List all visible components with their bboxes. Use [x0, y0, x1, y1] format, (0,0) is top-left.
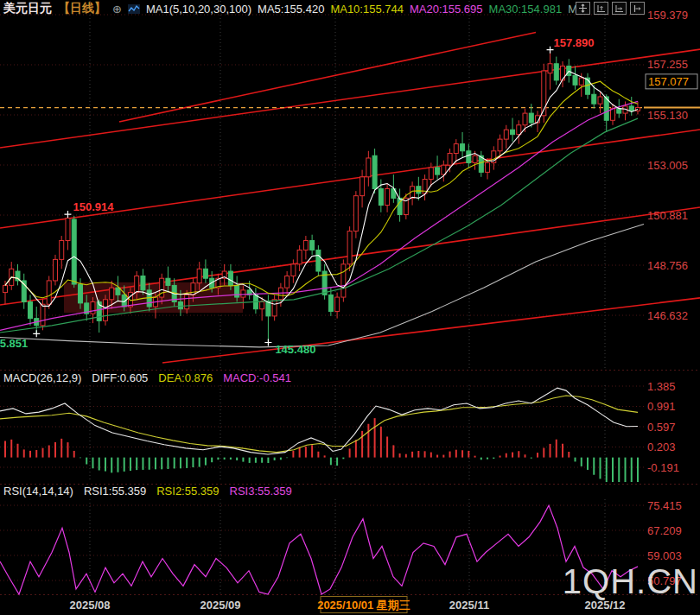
svg-text:0.597: 0.597 [647, 421, 676, 434]
ma20-value: MA20:155.695 [410, 3, 483, 16]
svg-text:0.991: 0.991 [647, 400, 676, 413]
x-axis: 2025/082025/092025/10/01 星期三2025/112025/… [70, 597, 626, 613]
svg-text:157.077: 157.077 [648, 75, 689, 88]
svg-text:157.255: 157.255 [647, 58, 688, 71]
svg-text:148.756: 148.756 [647, 259, 688, 272]
macd-title: MACD(26,12,9) [3, 371, 81, 384]
macd-hist-value: MACD:-0.541 [223, 371, 291, 384]
rsi-title: RSI(14,14,14) [3, 485, 73, 498]
timeframe-selector[interactable]: 【日线】 [58, 1, 106, 16]
extreme-cross-marker [264, 339, 271, 346]
diff-line [0, 388, 638, 454]
svg-text:145.480: 145.480 [275, 343, 315, 356]
pane-scale-up-icon[interactable] [594, 2, 608, 15]
expand-icon[interactable]: ⊕ [112, 3, 122, 16]
ma-chart-icon [128, 4, 140, 14]
extreme-cross-marker [547, 47, 554, 54]
dea-line [0, 396, 638, 453]
svg-text:146.632: 146.632 [647, 309, 688, 322]
watermark: 1QH.CN [563, 562, 698, 601]
extreme-cross-marker [33, 330, 40, 337]
extreme-cross-marker [64, 211, 71, 218]
svg-text:159.379: 159.379 [647, 9, 688, 22]
macd-diff-value: DIFF:0.605 [92, 371, 148, 384]
macd-dea-value: DEA:0.876 [158, 371, 213, 384]
ma5-value: MA5:155.420 [258, 3, 324, 16]
symbol-title: 美元日元 [3, 1, 52, 16]
macd-pane-header: MACD(26,12,9) DIFF:0.605 DEA:0.876 MACD:… [3, 371, 291, 384]
chart-window: 150.914145.851145.480157.890159.379157.2… [0, 0, 700, 615]
chart-canvas[interactable]: 150.914145.851145.480157.890159.379157.2… [0, 0, 700, 615]
svg-text:75.415: 75.415 [647, 499, 682, 512]
chart-toolbar [576, 2, 645, 15]
svg-text:67.209: 67.209 [647, 524, 682, 537]
rsi3-value: RSI3:55.359 [230, 485, 292, 498]
svg-text:2025/11: 2025/11 [449, 599, 489, 612]
svg-text:-0.191: -0.191 [647, 461, 679, 474]
rsi-line [0, 505, 638, 594]
svg-text:1.385: 1.385 [647, 380, 676, 393]
shift-right-icon[interactable] [630, 2, 645, 15]
ma10-value: MA10:155.744 [330, 3, 404, 16]
svg-text:2025/08: 2025/08 [70, 599, 111, 612]
chart-header: 美元日元 【日线】 ⊕ MA1(5,10,20,30,100) MA5:155.… [3, 1, 577, 16]
svg-text:2025/10/01 星期三: 2025/10/01 星期三 [317, 599, 410, 612]
ma-settings-label: MA1(5,10,20,30,100) [146, 3, 251, 16]
svg-text:0.203: 0.203 [647, 441, 676, 453]
svg-text:150.881: 150.881 [647, 209, 688, 222]
ma30-value: MA30:154.981 [489, 3, 563, 16]
svg-text:150.914: 150.914 [73, 200, 114, 213]
rsi-pane-header: RSI(14,14,14) RSI1:55.359 RSI2:55.359 RS… [3, 485, 292, 498]
svg-text:157.890: 157.890 [554, 36, 595, 49]
svg-text:59.003: 59.003 [647, 549, 682, 562]
rsi1-value: RSI1:55.359 [84, 485, 146, 498]
move-crosshair-icon[interactable] [576, 2, 590, 15]
svg-text:2025/09: 2025/09 [200, 599, 241, 612]
macd-pane: 1.3850.9910.5970.203-0.191 [0, 380, 679, 483]
svg-text:145.851: 145.851 [0, 337, 28, 350]
rsi2-value: RSI2:55.359 [156, 485, 219, 498]
svg-text:153.005: 153.005 [647, 159, 688, 172]
svg-text:155.130: 155.130 [647, 109, 688, 122]
pane-scale-right-icon[interactable] [612, 2, 627, 15]
